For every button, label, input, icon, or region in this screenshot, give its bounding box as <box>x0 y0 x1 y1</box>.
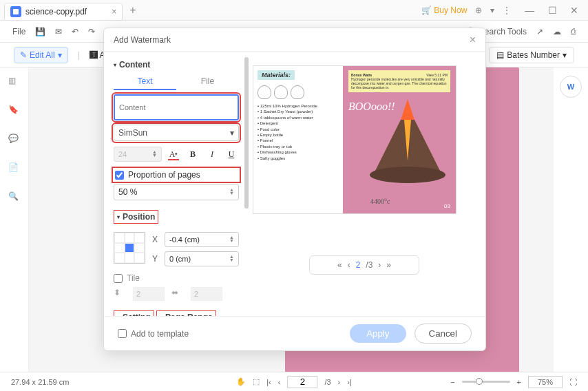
fit-page-icon[interactable]: ⛶ <box>569 378 577 386</box>
proportion-checkbox[interactable] <box>115 171 124 180</box>
bookmark-icon[interactable]: 🔖 <box>8 105 21 117</box>
cancel-button[interactable]: Cancel <box>414 324 472 344</box>
ingredients-list: • 125ml 10% Hydrogen Peroxide• 1 Sachet … <box>258 103 339 161</box>
document-tab[interactable]: science-copy.pdf × <box>4 3 123 21</box>
tab-close-icon[interactable]: × <box>112 7 116 17</box>
bates-number-button[interactable]: ▤ Bates Number ▾ <box>489 47 574 63</box>
globe-icon[interactable]: ⊕ <box>475 6 482 15</box>
minimize-icon[interactable]: — <box>519 5 540 16</box>
more-icon[interactable]: ⋮ <box>503 6 511 15</box>
pv-page-number: 03 <box>444 203 450 209</box>
watermark-preview: Materials: • 125ml 10% Hydrogen Peroxide… <box>253 65 456 214</box>
pager-first-icon[interactable]: « <box>337 260 342 270</box>
tile-vertical-icon[interactable]: ⬌ <box>171 288 184 300</box>
proportion-checkbox-row[interactable]: Proportion of pages <box>114 169 239 181</box>
tile-v-input[interactable]: 2 <box>191 287 222 301</box>
x-input[interactable]: -0.4 (cm)▲▼ <box>165 232 239 247</box>
add-template-checkbox[interactable] <box>118 329 127 338</box>
molecule-icon <box>274 85 288 99</box>
redo-icon[interactable]: ↷ <box>88 27 95 36</box>
mail-icon[interactable]: ✉ <box>55 27 62 36</box>
maximize-icon[interactable]: ☐ <box>543 5 563 16</box>
attachment-icon[interactable]: 📄 <box>8 162 21 175</box>
dialog-close-icon[interactable]: × <box>470 34 476 46</box>
tab-text[interactable]: Text <box>114 74 176 90</box>
pv-materials-title: Materials: <box>258 70 295 80</box>
proportion-label: Proportion of pages <box>128 170 200 180</box>
pdf-icon <box>10 6 21 17</box>
font-size-input[interactable]: 24▲▼ <box>114 147 162 162</box>
zoom-slider[interactable] <box>462 381 510 383</box>
menu-file[interactable]: File <box>12 27 25 36</box>
y-input[interactable]: 0 (cm)▲▼ <box>165 251 239 266</box>
word-export-icon[interactable]: W <box>560 76 582 98</box>
tile-checkbox[interactable] <box>114 274 123 283</box>
pager-total: /3 <box>366 260 372 270</box>
svg-rect-0 <box>13 9 19 14</box>
content-section-header[interactable]: ▾Content <box>114 60 239 70</box>
thumbnails-icon[interactable]: ▥ <box>8 76 21 88</box>
pager-current: 2 <box>356 260 361 270</box>
underline-button[interactable]: U <box>224 147 239 162</box>
font-color-button[interactable]: A▾ <box>166 147 181 162</box>
x-label: X <box>152 235 160 244</box>
dialog-scrollbar[interactable] <box>244 57 249 209</box>
select-tool-icon[interactable]: ⬚ <box>253 377 260 386</box>
cloud-icon[interactable]: ☁ <box>553 27 561 36</box>
tile-label: Tile <box>127 273 140 283</box>
italic-button[interactable]: I <box>204 147 220 162</box>
chevron-down-icon: ▾ <box>58 50 62 60</box>
buy-now-link[interactable]: 🛒 Buy Now <box>421 6 467 15</box>
tab-file[interactable]: File <box>176 74 239 90</box>
pagerange-section-header[interactable]: ▸Page Range <box>156 310 216 316</box>
svg-point-1 <box>370 167 445 183</box>
setting-section-header[interactable]: ▸Setting <box>114 310 154 316</box>
font-select[interactable]: SimSun▾ <box>114 125 239 141</box>
next-page-icon[interactable]: › <box>338 378 341 386</box>
edit-all-button[interactable]: ✎ Edit All ▾ <box>14 47 68 63</box>
page-number-input[interactable] <box>287 376 317 388</box>
comment-icon[interactable]: 💬 <box>8 134 21 146</box>
proportion-value-input[interactable]: 50 %▲▼ <box>114 184 239 200</box>
add-template-label: Add to template <box>131 329 189 339</box>
preview-pager: « ‹ 2/3 › » <box>309 255 419 275</box>
position-grid[interactable] <box>114 232 145 264</box>
close-window-icon[interactable]: ✕ <box>565 5 584 16</box>
undo-icon[interactable]: ↶ <box>72 27 78 36</box>
left-sidebar: ▥ 🔖 💬 📄 🔍 <box>0 67 29 387</box>
bates-icon: ▤ <box>496 50 504 60</box>
pager-last-icon[interactable]: » <box>386 260 391 270</box>
prev-page-icon[interactable]: ‹ <box>278 378 281 386</box>
pager-next-icon[interactable]: › <box>378 260 381 270</box>
tile-checkbox-row[interactable]: Tile <box>114 273 239 283</box>
save-icon[interactable]: 💾 <box>35 27 45 36</box>
print-icon[interactable]: ⎙ <box>571 27 576 36</box>
tile-h-input[interactable]: 2 <box>133 287 165 301</box>
share-icon[interactable]: ↗ <box>536 27 543 36</box>
volcano-icon <box>366 92 449 189</box>
watermark-content-input[interactable] <box>114 94 239 120</box>
first-page-icon[interactable]: |‹ <box>266 378 271 386</box>
chevron-down-icon: ▾ <box>563 50 567 60</box>
hand-tool-icon[interactable]: ✋ <box>236 377 246 386</box>
right-sidebar: W <box>554 67 588 387</box>
apply-button[interactable]: Apply <box>350 324 406 343</box>
tab-title: science-copy.pdf <box>25 7 87 17</box>
chevron-down-icon: ▾ <box>230 128 234 138</box>
zoom-out-icon[interactable]: − <box>450 378 454 386</box>
search-icon[interactable]: 🔍 <box>8 191 21 204</box>
notification-icon[interactable]: ▾ <box>490 6 494 15</box>
tab-add-icon[interactable]: + <box>129 4 136 17</box>
bold-button[interactable]: B <box>185 147 200 162</box>
tile-horizontal-icon[interactable]: ⬍ <box>114 288 126 300</box>
pv-note: Bonus Watts View 5:11 PM Hydrogen peroxi… <box>348 70 450 92</box>
last-page-icon[interactable]: ›| <box>347 378 352 386</box>
pv-temp: 4400°c <box>370 198 390 205</box>
zoom-value[interactable]: 75% <box>528 376 563 388</box>
pager-prev-icon[interactable]: ‹ <box>348 260 350 270</box>
add-to-template-row[interactable]: Add to template <box>118 329 189 339</box>
position-section-header[interactable]: ▾Position <box>114 210 158 224</box>
bates-label: Bates Number <box>507 50 560 60</box>
zoom-in-icon[interactable]: + <box>517 378 521 386</box>
titlebar: science-copy.pdf × + 🛒 Buy Now ⊕ ▾ ⋮ — ☐… <box>0 0 588 21</box>
